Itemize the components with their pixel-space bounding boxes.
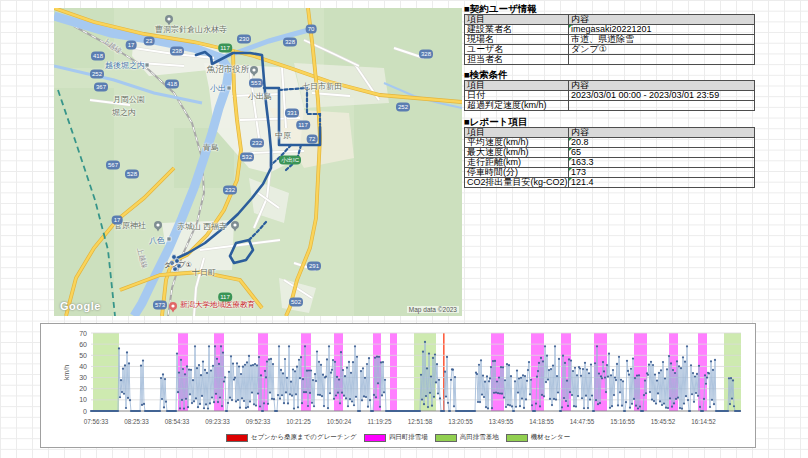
legend-item: 高田排雪基地 — [435, 433, 499, 442]
table-row: 最大速度(km/h)65 — [465, 148, 755, 158]
route-shield: 367 — [94, 83, 108, 92]
data-table: 項目内容日付2023/03/01 00:00 - 2023/03/01 23:5… — [464, 80, 755, 111]
route-shield: 532 — [240, 153, 254, 162]
route-shield: 252 — [396, 103, 410, 112]
data-table: 項目内容平均速度(km/h)20.8最大速度(km/h)65走行距離(km)16… — [464, 127, 755, 188]
route-shield: 70 — [306, 25, 317, 34]
svg-text:10:50:24: 10:50:24 — [327, 418, 352, 425]
speed-chart[interactable]: 010203040506070km/h07:56:3308:25:3308:54… — [40, 323, 756, 448]
route-shield: 418 — [165, 80, 179, 89]
svg-text:10: 10 — [79, 396, 87, 403]
route-shield: 328 — [419, 50, 433, 59]
route-shield: 232 — [250, 139, 264, 148]
table-row: CO2排出量目安(kg-CO2)121.4 — [465, 178, 755, 188]
map-label: 八色 — [149, 235, 165, 246]
table-row: 超過判定速度(km/h) — [465, 101, 755, 111]
svg-text:20: 20 — [79, 385, 87, 392]
route-shield: 567 — [106, 161, 120, 170]
google-logo: Google — [60, 300, 101, 312]
legend-label: 高田排雪基地 — [460, 433, 499, 442]
route-shield: 252 — [90, 70, 104, 79]
table-row: 走行距離(km)163.3 — [465, 158, 755, 168]
route-shield: 117 — [218, 293, 232, 302]
table-row: 担当者名 — [465, 55, 755, 65]
table-row: 停車時間(分)173 — [465, 168, 755, 178]
map-label: 青島 — [203, 142, 219, 153]
map-label: 小出島 — [248, 91, 272, 102]
chart-legend: セブンから桑原までのグレーチング四日町排雪場高田排雪基地機材センター — [41, 433, 755, 442]
route-shield: 418 — [91, 52, 105, 61]
route-shield: 328 — [283, 38, 297, 47]
svg-text:14:47:55: 14:47:55 — [570, 418, 595, 425]
svg-text:50: 50 — [79, 352, 87, 359]
route-shield: 小出IC — [279, 156, 301, 165]
map-label: ダンプ① — [164, 260, 192, 270]
svg-text:08:54:33: 08:54:33 — [165, 418, 190, 425]
route-shield: 232 — [223, 186, 237, 195]
table-row: 現場名市道、県道除雪 — [465, 35, 755, 45]
legend-label: セブンから桑原までのグレーチング — [251, 433, 357, 442]
legend-label: 機材センター — [531, 433, 570, 442]
route-map[interactable]: 曹洞宗針倉山永林寺越後堀之内上越線月岡公園堀之内魚沼市役所小出小出島七日市新田中… — [54, 8, 462, 316]
route-shield: 291 — [307, 262, 321, 271]
svg-text:09:52:33: 09:52:33 — [246, 418, 271, 425]
route-shield: 17 — [126, 41, 137, 50]
svg-text:11:19:25: 11:19:25 — [367, 418, 392, 425]
table-title: ■レポート項目 — [464, 117, 527, 127]
svg-text:07:56:33: 07:56:33 — [84, 418, 109, 425]
svg-text:15:16:55: 15:16:55 — [610, 418, 635, 425]
svg-text:40: 40 — [79, 363, 87, 370]
route-shield: 117 — [296, 121, 310, 130]
route-shield: 553 — [249, 79, 263, 88]
table-row: 建設業者名imegasaki20221201 — [465, 25, 755, 35]
svg-text:10:21:25: 10:21:25 — [286, 418, 311, 425]
legend-swatch — [506, 434, 528, 442]
map-label: 曹洞宗針倉山永林寺 — [155, 24, 227, 35]
map-label: 中原 — [275, 130, 291, 141]
svg-text:13:49:55: 13:49:55 — [489, 418, 514, 425]
svg-text:08:25:33: 08:25:33 — [124, 418, 149, 425]
map-label: 七日市新田 — [302, 81, 342, 92]
map-attribution: Map data ©2023 — [407, 306, 459, 313]
route-shield: 502 — [289, 298, 303, 307]
route-shield: 23 — [144, 37, 155, 46]
svg-text:km/h: km/h — [63, 365, 70, 380]
table-header-row: 項目内容 — [465, 15, 755, 25]
route-shield: 117 — [218, 44, 232, 53]
legend-swatch — [364, 434, 386, 442]
legend-swatch — [226, 434, 248, 442]
svg-text:30: 30 — [79, 374, 87, 381]
data-table: 項目内容建設業者名imegasaki20221201現場名市道、県道除雪ユーザ名… — [464, 14, 755, 65]
svg-text:70: 70 — [79, 330, 87, 337]
table-header-row: 項目内容 — [465, 128, 755, 138]
map-label: 越後堀之内 — [105, 60, 145, 71]
svg-text:13:20:55: 13:20:55 — [448, 418, 473, 425]
legend-item: 機材センター — [506, 433, 570, 442]
legend-item: セブンから桑原までのグレーチング — [226, 433, 357, 442]
map-label: 魚沼市役所 — [207, 64, 250, 76]
table-row: ユーザ名ダンプ① — [465, 45, 755, 55]
legend-swatch — [435, 434, 457, 442]
svg-text:14:18:55: 14:18:55 — [529, 418, 554, 425]
legend-item: 四日町排雪場 — [364, 433, 428, 442]
map-label: 新潟大学地域医療教育 — [180, 300, 255, 310]
table-title: ■契約ユーザ情報 — [464, 4, 537, 14]
legend-label: 四日町排雪場 — [389, 433, 428, 442]
svg-text:60: 60 — [79, 341, 87, 348]
chart-canvas: 010203040506070km/h07:56:3308:25:3308:54… — [41, 324, 755, 447]
svg-text:0: 0 — [83, 408, 87, 415]
route-shield: 573 — [153, 301, 167, 310]
table-header-row: 項目内容 — [465, 81, 755, 91]
route-shield: 238 — [170, 47, 184, 56]
route-shield: 230 — [237, 35, 251, 44]
route-shield: 72 — [307, 135, 318, 144]
route-shield: 17 — [112, 216, 123, 225]
svg-text:15:45:52: 15:45:52 — [651, 418, 676, 425]
route-shield: 528 — [125, 170, 139, 179]
route-shield: 331 — [285, 109, 299, 118]
map-label: 月岡公園 — [113, 94, 145, 105]
map-label: 十日町 — [192, 267, 216, 278]
table-row: 日付2023/03/01 00:00 - 2023/03/01 23:59 — [465, 91, 755, 101]
svg-text:12:51:58: 12:51:58 — [408, 418, 433, 425]
map-label: 小出 — [210, 83, 226, 94]
